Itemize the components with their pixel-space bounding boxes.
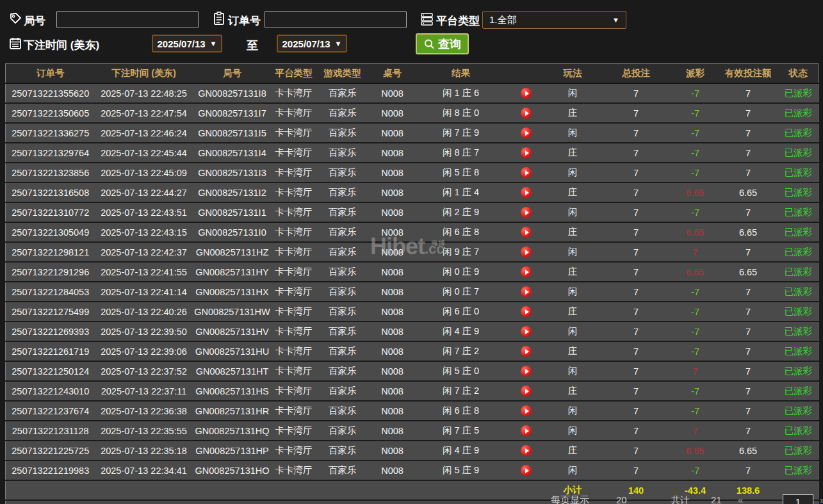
replay-play-button[interactable]	[521, 127, 532, 138]
cell-status: 已派彩	[779, 361, 819, 381]
replay-play-button[interactable]	[521, 425, 532, 436]
cell-game: 百家乐	[316, 302, 370, 321]
cell-table: N008	[370, 143, 416, 163]
cell-result: 闲 6 庄 8	[416, 222, 507, 242]
replay-play-button[interactable]	[521, 286, 532, 297]
cell-bet-type: 闲	[546, 282, 599, 302]
cell-replay	[507, 222, 546, 242]
replay-play-button[interactable]	[521, 88, 532, 99]
play-icon	[525, 190, 529, 195]
replay-play-button[interactable]	[521, 306, 532, 317]
cell-total-bet: 7	[599, 183, 673, 202]
cell-valid-bet: 7	[718, 421, 779, 441]
cell-result: 闲 5 庄 8	[416, 163, 507, 183]
pagination-bar: 每页显示 20 共计 21 « 1 »	[0, 494, 823, 504]
chevron-down-icon: ▼	[335, 40, 342, 47]
cell-payout: 7	[673, 421, 718, 441]
cell-order: 250713221336275	[6, 123, 95, 143]
cell-bet-type: 庄	[546, 441, 599, 460]
replay-play-button[interactable]	[521, 445, 532, 456]
cell-platform: 卡卡湾厅	[272, 321, 316, 341]
order-input[interactable]	[265, 11, 407, 28]
replay-play-button[interactable]	[521, 187, 532, 198]
cell-platform: 卡卡湾厅	[272, 262, 316, 282]
cell-payout: -7	[673, 83, 718, 103]
table-row: 250713221261719 2025-07-13 22:39:06 GN00…	[6, 341, 819, 361]
cell-bet-type: 庄	[546, 143, 599, 163]
cell-game: 百家乐	[316, 321, 370, 341]
cell-replay	[507, 83, 546, 103]
replay-play-button[interactable]	[521, 266, 532, 277]
cell-round: GN008257131I2	[193, 183, 272, 202]
cell-result: 闲 8 庄 7	[416, 143, 507, 163]
replay-play-button[interactable]	[521, 207, 532, 218]
cell-platform: 卡卡湾厅	[272, 103, 316, 123]
prev-page-button[interactable]: «	[738, 494, 743, 504]
cell-total-bet: 7	[599, 143, 673, 163]
cell-bet-type: 庄	[546, 183, 599, 202]
cell-table: N008	[370, 163, 416, 183]
replay-play-button[interactable]	[521, 227, 532, 238]
col-order: 订单号	[6, 64, 95, 84]
date-from-select[interactable]: 2025/07/13 ▼	[152, 35, 222, 53]
table-header-row: 订单号 下注时间 (美东) 局号 平台类型 游戏类型 桌号 结果 玩法 总投注 …	[6, 64, 819, 84]
cell-round: GN008257131HS	[193, 381, 272, 401]
replay-play-button[interactable]	[521, 326, 532, 337]
total-count-label: 共计	[671, 494, 690, 504]
cell-platform: 卡卡湾厅	[272, 361, 316, 381]
cell-bet-type: 庄	[546, 262, 599, 282]
cell-bet-time: 2025-07-13 22:37:11	[95, 381, 193, 401]
cell-status: 已派彩	[779, 103, 819, 123]
cell-bet-time: 2025-07-13 22:37:52	[95, 361, 193, 381]
play-icon	[525, 448, 529, 453]
cell-payout: 6.65	[673, 222, 718, 242]
play-icon	[525, 468, 529, 473]
cell-total-bet: 7	[599, 163, 673, 183]
cell-game: 百家乐	[316, 163, 370, 183]
cell-valid-bet: 6.65	[718, 262, 779, 282]
cell-game: 百家乐	[316, 183, 370, 202]
play-icon	[525, 309, 529, 314]
round-label: 局号	[24, 13, 45, 28]
round-icon	[9, 12, 22, 25]
table-row: 250713221329764 2025-07-13 22:45:44 GN00…	[6, 143, 819, 163]
date-to-select[interactable]: 2025/07/13 ▼	[277, 35, 347, 53]
cell-game: 百家乐	[316, 401, 370, 421]
replay-play-button[interactable]	[521, 247, 532, 257]
cell-result: 闲 6 庄 8	[416, 401, 507, 421]
cell-payout: -7	[673, 143, 718, 163]
play-icon	[525, 250, 529, 255]
cell-order: 250713221291296	[6, 262, 95, 282]
replay-play-button[interactable]	[521, 405, 532, 416]
cell-replay	[507, 381, 546, 401]
replay-play-button[interactable]	[521, 167, 532, 178]
cell-valid-bet: 7	[718, 123, 779, 143]
replay-play-button[interactable]	[521, 386, 532, 396]
current-page-input[interactable]: 1	[783, 494, 813, 504]
cell-bet-time: 2025-07-13 22:36:38	[95, 401, 193, 421]
round-input[interactable]	[56, 11, 199, 28]
platform-select[interactable]: 1.全部 ▼	[482, 11, 626, 29]
cell-bet-time: 2025-07-13 22:43:15	[95, 222, 193, 242]
cell-bet-type: 庄	[546, 302, 599, 321]
cell-result: 闲 2 庄 9	[416, 202, 507, 222]
per-page-value[interactable]: 20	[616, 494, 627, 504]
replay-play-button[interactable]	[521, 147, 532, 158]
search-icon	[423, 38, 435, 50]
cell-round: GN008257131I1	[193, 202, 272, 222]
cell-result: 闲 5 庄 9	[416, 460, 507, 480]
cell-order: 250713221350605	[6, 103, 95, 123]
replay-play-button[interactable]	[521, 465, 532, 476]
table-row: 250713221243010 2025-07-13 22:37:11 GN00…	[6, 381, 819, 401]
cell-payout: -7	[673, 401, 718, 421]
table-row: 250713221269393 2025-07-13 22:39:50 GN00…	[6, 321, 819, 341]
next-page-button[interactable]: »	[820, 494, 823, 504]
cell-table: N008	[370, 222, 416, 242]
table-row: 250713221275499 2025-07-13 22:40:26 GN00…	[6, 302, 819, 321]
search-button[interactable]: 查询	[416, 33, 469, 54]
replay-play-button[interactable]	[521, 366, 532, 377]
cell-bet-time: 2025-07-13 22:35:18	[95, 441, 193, 460]
replay-play-button[interactable]	[521, 346, 532, 357]
cell-bet-time: 2025-07-13 22:45:44	[95, 143, 193, 163]
replay-play-button[interactable]	[521, 108, 532, 118]
